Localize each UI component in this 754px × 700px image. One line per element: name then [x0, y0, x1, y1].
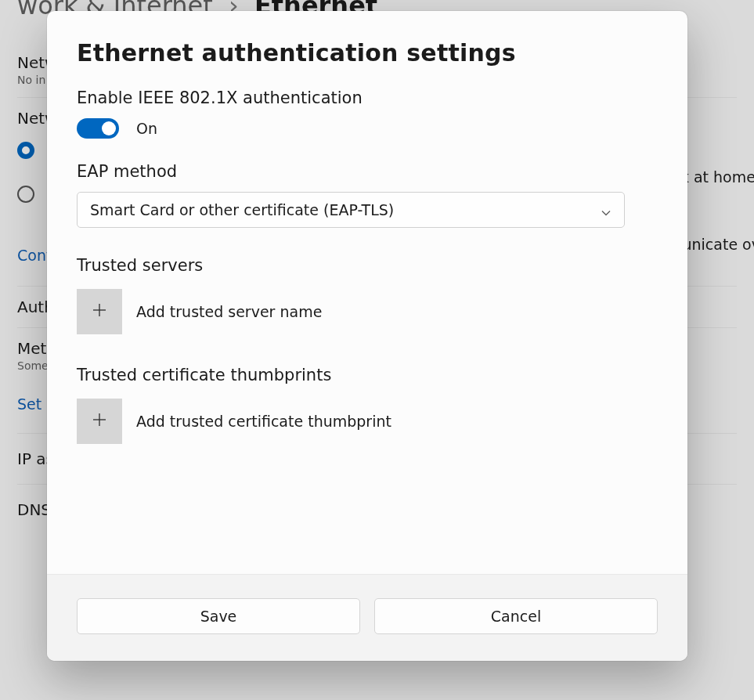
ethernet-auth-dialog: Ethernet authentication settings Enable …: [47, 11, 687, 661]
eap-method-dropdown[interactable]: Smart Card or other certificate (EAP-TLS…: [77, 192, 625, 228]
dialog-footer: Save Cancel: [47, 574, 687, 661]
plus-icon: [90, 301, 109, 323]
chevron-down-icon: [601, 204, 611, 215]
trusted-thumbprints-heading: Trusted certificate thumbprints: [77, 366, 658, 384]
add-trusted-server-label: Add trusted server name: [136, 303, 322, 320]
enable-8021x-label: Enable IEEE 802.1X authentication: [77, 88, 658, 107]
enable-8021x-toggle[interactable]: [77, 118, 119, 139]
save-button[interactable]: Save: [77, 598, 360, 634]
toggle-knob: [102, 121, 116, 135]
toggle-state-text: On: [136, 120, 157, 137]
cancel-button-label: Cancel: [491, 608, 541, 625]
add-thumbprint-label: Add trusted certificate thumbprint: [136, 413, 391, 430]
add-trusted-server-button[interactable]: [77, 289, 122, 334]
plus-icon: [90, 410, 109, 432]
dialog-title: Ethernet authentication settings: [77, 39, 658, 67]
trusted-servers-heading: Trusted servers: [77, 256, 658, 275]
save-button-label: Save: [200, 608, 237, 625]
cancel-button[interactable]: Cancel: [374, 598, 658, 634]
eap-method-label: EAP method: [77, 162, 658, 181]
add-thumbprint-button[interactable]: [77, 399, 122, 444]
eap-method-value: Smart Card or other certificate (EAP-TLS…: [90, 201, 394, 218]
